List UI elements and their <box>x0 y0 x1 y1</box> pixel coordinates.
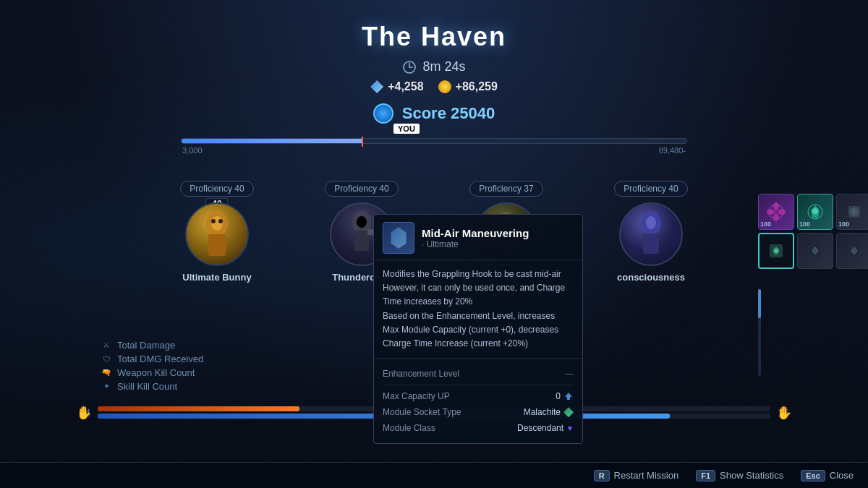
stat-dmg-received-label: Total DMG Received <box>117 354 203 364</box>
stat-skill-kills-label: Skill Kill Count <box>117 381 177 392</box>
stats-key: F1 <box>696 470 715 481</box>
equip-slot-3[interactable]: 100 <box>836 194 868 230</box>
svg-rect-9 <box>354 231 369 251</box>
player-4-col: Proficiency 40 consciousness <box>579 181 723 283</box>
player-4-proficiency: Proficiency 40 <box>614 181 687 197</box>
stats-action[interactable]: F1 Show Statistics <box>696 470 783 481</box>
rewards-row: +4,258 +86,259 <box>0 80 868 93</box>
module-class-text: Descendant <box>517 423 563 433</box>
crystal-icon <box>370 80 383 93</box>
equip-icon-4 <box>765 240 787 262</box>
player-4-avatar <box>619 202 683 266</box>
player4-avatar-figure <box>629 209 673 260</box>
player-1-avatar <box>185 202 249 266</box>
equip-icon-6 <box>843 240 865 262</box>
shield-icon: 🛡 <box>101 354 111 364</box>
crystal-value: +4,258 <box>388 80 423 93</box>
equip-count-3: 100 <box>838 221 849 228</box>
tooltip-item-type: · Ultimate <box>422 239 529 249</box>
enhancement-label: Enhancement Level <box>383 369 459 379</box>
score-bar-container: YOU 3,000 69,480- <box>181 138 687 155</box>
equip-count-1: 100 <box>760 221 771 228</box>
score-bar-marker <box>362 137 363 147</box>
svg-point-21 <box>773 214 779 221</box>
score-bar-track <box>181 138 687 144</box>
close-key: Esc <box>801 470 825 481</box>
equip-slot-4-active[interactable] <box>758 233 794 269</box>
stat-skill-kills: ✦ Skill Kill Count <box>101 381 203 392</box>
bunny-avatar-figure <box>195 209 239 260</box>
socket-type-row: Module Socket Type Malachite <box>383 404 574 420</box>
svg-point-20 <box>773 202 779 210</box>
skill-icon: ✦ <box>101 382 111 392</box>
tooltip-item-info: Mid-Air Maneuvering · Ultimate <box>422 227 529 249</box>
tooltip-item-name: Mid-Air Maneuvering <box>422 227 529 239</box>
hand-right-icon: ✋ <box>776 405 792 421</box>
equip-slot-1[interactable]: 100 <box>758 194 794 230</box>
stat-total-damage: ⚔ Total Damage <box>101 340 203 351</box>
svg-point-22 <box>767 209 774 215</box>
tooltip-stats: Enhancement Level — Max Capacity UP 0 Mo… <box>374 359 582 443</box>
header: The Haven 8m 24s +4,258 +86,259 Score 25… <box>0 0 868 155</box>
equip-icon-3 <box>843 201 865 223</box>
up-arrow-icon <box>563 391 574 401</box>
equip-slot-2[interactable]: 100 <box>797 194 833 230</box>
player-3-proficiency: Proficiency 37 <box>469 181 542 197</box>
equip-slot-6[interactable] <box>836 233 868 269</box>
restart-key: R <box>594 470 610 481</box>
stats-label: Show Statistics <box>720 470 783 481</box>
tooltip-item-icon <box>383 222 414 254</box>
score-max: 69,480- <box>659 146 686 155</box>
tooltip-description: Modifies the Grappling Hook to be cast m… <box>374 260 582 359</box>
tooltip-item-icon-inner <box>388 227 409 249</box>
svg-point-7 <box>218 219 223 223</box>
svg-rect-4 <box>208 234 226 256</box>
stat-damage-label: Total Damage <box>117 340 175 351</box>
svg-point-26 <box>812 208 818 214</box>
score-label: Score <box>402 104 446 122</box>
score-section: Score 25040 <box>0 103 868 124</box>
timer-value: 8m 24s <box>422 59 465 74</box>
hand-left-icon: ✋ <box>76 405 92 421</box>
scroll-indicator[interactable] <box>758 289 761 376</box>
tooltip-header: Mid-Air Maneuvering · Ultimate <box>374 215 582 260</box>
bottom-bar: R Restart Mission F1 Show Statistics Esc… <box>0 462 868 488</box>
tooltip-popup: Mid-Air Maneuvering · Ultimate Modifies … <box>373 214 583 444</box>
stat-weapon-kills: 🔫 Weapon Kill Count <box>101 367 203 378</box>
crystal-reward: +4,258 <box>370 80 423 93</box>
close-label: Close <box>830 470 854 481</box>
svg-point-5 <box>211 216 223 231</box>
timer-row: 8m 24s <box>0 59 868 74</box>
coin-value: +86,259 <box>456 80 498 93</box>
max-capacity-row: Max Capacity UP 0 <box>383 388 574 404</box>
svg-point-17 <box>646 216 656 229</box>
malachite-icon <box>563 407 574 417</box>
equip-icon-1 <box>765 201 787 223</box>
svg-rect-16 <box>643 234 659 254</box>
equip-count-2: 100 <box>799 221 810 228</box>
sword-icon: ⚔ <box>101 341 111 351</box>
scroll-thumb <box>758 289 761 318</box>
stat-dmg-received: 🛡 Total DMG Received <box>101 354 203 364</box>
score-bar-labels: 3,000 69,480- <box>181 146 687 155</box>
enhancement-row: Enhancement Level — <box>383 366 574 382</box>
score-bar-fill <box>182 139 363 143</box>
svg-marker-40 <box>565 393 572 400</box>
player-4-name: consciousness <box>617 272 685 283</box>
equip-icon-5 <box>804 240 826 262</box>
socket-type-value: Malachite <box>524 407 574 417</box>
you-label: YOU <box>393 124 420 134</box>
score-value: 25040 <box>451 104 495 122</box>
coin-reward: +86,259 <box>438 80 498 93</box>
equip-module-icon-6 <box>844 241 864 261</box>
score-text: Score 25040 <box>402 104 495 123</box>
svg-point-33 <box>774 249 778 253</box>
close-action[interactable]: Esc Close <box>801 470 854 481</box>
player-2-proficiency: Proficiency 40 <box>325 181 398 197</box>
hp-bar-fill-1 <box>98 406 299 411</box>
socket-type-label: Module Socket Type <box>383 407 461 417</box>
equip-slot-5[interactable] <box>797 233 833 269</box>
player-1-col: Proficiency 40 40 Ultimate Bunny <box>145 181 289 283</box>
restart-action[interactable]: R Restart Mission <box>594 470 679 481</box>
module-class-label: Module Class <box>383 423 435 433</box>
